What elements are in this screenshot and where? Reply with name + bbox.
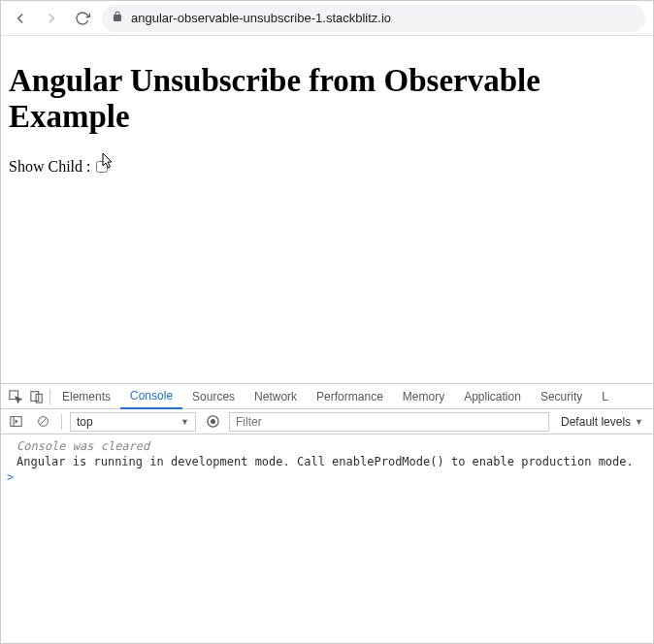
console-log-line: Angular is running in development mode. … [1,454,653,469]
filter-input[interactable] [229,412,549,432]
console-cleared-msg: Console was cleared [1,438,653,454]
back-button[interactable] [9,7,32,30]
live-expression-icon[interactable] [202,411,223,433]
reload-button[interactable] [71,7,94,30]
show-child-checkbox[interactable] [96,161,108,173]
device-toggle-icon[interactable] [26,386,48,407]
devtools-panel: Elements Console Sources Network Perform… [1,383,653,643]
tab-console[interactable]: Console [120,384,182,409]
context-value: top [77,415,93,429]
svg-line-6 [40,418,47,425]
chevron-down-icon: ▼ [180,417,189,427]
divider [61,414,62,430]
url-text: angular-observable-unsubscribe-1.stackbl… [131,11,391,25]
chevron-down-icon: ▼ [635,417,643,427]
context-select[interactable]: top ▼ [70,412,196,432]
console-toolbar: top ▼ Default levels ▼ [1,409,653,435]
console-prompt[interactable]: > [1,469,653,485]
clear-console-icon[interactable] [32,411,53,433]
lock-icon [112,11,123,25]
tab-elements[interactable]: Elements [52,384,120,409]
inspect-icon[interactable] [5,386,26,407]
tab-performance[interactable]: Performance [307,384,393,409]
tab-application[interactable]: Application [454,384,531,409]
divider [49,389,50,404]
svg-rect-1 [31,391,39,401]
console-sidebar-icon[interactable] [5,411,26,433]
address-bar[interactable]: angular-observable-unsubscribe-1.stackbl… [102,5,645,32]
tab-security[interactable]: Security [531,384,592,409]
tab-more[interactable]: L [592,384,618,409]
devtools-tabbar: Elements Console Sources Network Perform… [1,384,653,409]
svg-point-8 [211,420,214,424]
forward-button[interactable] [40,7,63,30]
log-levels-select[interactable]: Default levels ▼ [555,415,649,429]
tab-network[interactable]: Network [245,384,307,409]
console-output: Console was cleared Angular is running i… [1,435,653,643]
show-child-row: Show Child : [9,158,645,176]
browser-toolbar: angular-observable-unsubscribe-1.stackbl… [1,1,653,36]
levels-label: Default levels [561,415,631,429]
page-title: Angular Unsubscribe from Observable Exam… [9,63,645,135]
show-child-label: Show Child : [9,158,90,176]
page-content: Angular Unsubscribe from Observable Exam… [1,36,653,383]
tab-sources[interactable]: Sources [182,384,245,409]
tab-memory[interactable]: Memory [393,384,454,409]
